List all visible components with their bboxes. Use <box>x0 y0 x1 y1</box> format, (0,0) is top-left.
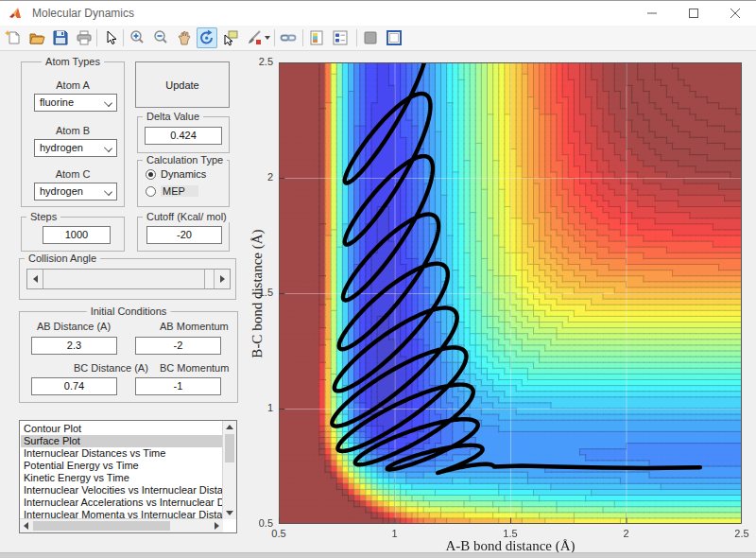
chevron-down-icon <box>104 98 112 107</box>
atom-c-dropdown[interactable]: hydrogen <box>34 183 117 201</box>
arrow-cursor-icon <box>102 29 119 46</box>
listbox-vertical-scrollbar[interactable] <box>222 421 236 519</box>
x-tick-label: 2.5 <box>728 528 756 539</box>
atom-types-title: Atom Types <box>42 56 104 67</box>
listbox-horizontal-scrollbar[interactable] <box>20 518 223 532</box>
open-folder-icon <box>28 29 45 46</box>
maximize-button[interactable] <box>673 1 714 26</box>
update-button[interactable]: Update <box>135 61 230 108</box>
scroll-left-button[interactable] <box>20 519 32 532</box>
cutoff-field[interactable]: -20 <box>146 226 222 244</box>
list-item[interactable]: Internuclear Accelerations vs Internucle… <box>21 497 222 509</box>
delta-value-field[interactable]: 0.424 <box>145 127 222 145</box>
ab-distance-field[interactable]: 2.3 <box>31 337 117 355</box>
list-item[interactable]: Kinetic Energy vs Time <box>21 472 222 484</box>
initial-conditions-title: Initial Conditions <box>87 305 171 317</box>
plot-area <box>279 62 742 524</box>
insert-legend-button[interactable] <box>330 27 351 48</box>
arrow-right-icon <box>220 275 225 283</box>
atom-b-label: Atom B <box>56 125 90 136</box>
list-item[interactable]: Surface Plot <box>21 435 222 447</box>
pan-tool-button[interactable] <box>174 27 195 48</box>
bc-momentum-field[interactable]: -1 <box>135 377 221 395</box>
atom-c-value: hydrogen <box>40 183 83 200</box>
save-figure-button[interactable] <box>50 27 71 48</box>
contour-canvas[interactable] <box>279 62 742 524</box>
delta-value-title: Delta Value <box>143 111 203 122</box>
radio-icon <box>146 186 156 197</box>
zoom-out-icon <box>152 29 169 46</box>
vscroll-thumb[interactable] <box>225 434 234 462</box>
hide-plot-tools-button[interactable] <box>360 27 381 48</box>
atom-b-value: hydrogen <box>40 140 83 156</box>
radio-dynamics[interactable]: Dynamics <box>146 168 206 180</box>
zoom-in-icon <box>129 29 146 46</box>
printer-icon <box>76 29 93 46</box>
ab-distance-label: AB Distance (A) <box>37 321 111 332</box>
arrow-left-icon <box>24 522 28 530</box>
pointer-tool-button[interactable] <box>100 27 121 48</box>
data-cursor-tool-button[interactable] <box>220 27 241 48</box>
collision-angle-panel: Collision Angle <box>19 258 236 300</box>
plot-type-listbox[interactable]: Contour PlotSurface PlotInternuclear Dis… <box>19 420 237 533</box>
close-button[interactable] <box>714 1 756 26</box>
brush-dropdown-caret[interactable] <box>265 36 270 40</box>
radio-mep-label: MEP <box>161 185 198 197</box>
rotate-3d-tool-button[interactable] <box>197 27 217 48</box>
bc-distance-field[interactable]: 0.74 <box>31 377 117 395</box>
slider-right-arrow[interactable] <box>214 270 230 288</box>
toolbar-separator <box>96 29 97 46</box>
slider-thumb[interactable] <box>43 270 205 288</box>
atom-types-panel: Atom Types Atom A fluorine Atom B hydrog… <box>21 61 125 207</box>
arrow-right-icon <box>215 522 219 530</box>
radio-mep[interactable]: MEP <box>146 185 198 197</box>
radio-dynamics-label: Dynamics <box>161 168 206 180</box>
figure-toolbar <box>0 26 756 51</box>
print-button[interactable] <box>74 27 94 48</box>
list-item[interactable]: Internuclear Velocities vs Internuclear … <box>21 484 222 497</box>
minimize-button[interactable] <box>631 1 673 26</box>
new-document-icon <box>5 29 22 46</box>
chevron-down-icon <box>104 144 112 152</box>
matlab-logo-icon <box>9 6 24 21</box>
toolbar-separator <box>302 29 303 46</box>
list-item[interactable]: Internuclear Momenta vs Internuclear Dis… <box>21 509 222 518</box>
toolbar-separator <box>123 29 124 46</box>
open-file-button[interactable] <box>26 27 47 48</box>
list-item[interactable]: Internuclear Distances vs Time <box>21 447 222 460</box>
scroll-right-button[interactable] <box>211 519 223 532</box>
bc-distance-label: BC Distance (A) <box>74 362 148 374</box>
title-bar: Molecular Dynamics <box>0 1 756 26</box>
zoom-in-tool-button[interactable] <box>127 27 147 48</box>
rotate-3d-icon <box>198 29 215 46</box>
scroll-down-button[interactable] <box>223 507 236 519</box>
atom-c-label: Atom C <box>56 168 91 180</box>
atom-a-dropdown[interactable]: fluorine <box>34 94 117 112</box>
y-axis-label: B-C bond distance (Å) <box>249 195 266 393</box>
show-plot-tools-button[interactable] <box>384 27 404 48</box>
new-figure-button[interactable] <box>3 27 24 48</box>
zoom-out-tool-button[interactable] <box>150 27 171 48</box>
minimize-icon <box>647 9 657 18</box>
brush-tool-button[interactable] <box>244 27 265 48</box>
hscroll-thumb[interactable] <box>33 521 170 531</box>
collision-angle-slider[interactable] <box>26 269 231 289</box>
data-cursor-icon <box>222 29 239 46</box>
ab-momentum-field[interactable]: -2 <box>135 337 221 355</box>
scroll-up-button[interactable] <box>223 421 236 433</box>
list-item[interactable]: Contour Plot <box>21 423 222 435</box>
link-plot-button[interactable] <box>278 27 299 48</box>
y-tick-label: 1 <box>241 402 273 413</box>
atom-a-value: fluorine <box>40 95 74 111</box>
listbox-items: Contour PlotSurface PlotInternuclear Dis… <box>21 423 222 518</box>
slider-left-arrow[interactable] <box>27 270 43 288</box>
delta-value-panel: Delta Value 0.424 <box>137 116 230 153</box>
list-item[interactable]: Potential Energy vs Time <box>21 460 222 472</box>
y-tick-label: 0.5 <box>241 517 273 529</box>
hand-icon <box>176 29 193 46</box>
show-plot-tools-icon <box>386 29 403 46</box>
atom-b-dropdown[interactable]: hydrogen <box>34 139 117 157</box>
arrow-up-icon <box>226 425 233 429</box>
insert-colorbar-button[interactable] <box>306 27 327 48</box>
steps-field[interactable]: 1000 <box>43 226 111 244</box>
